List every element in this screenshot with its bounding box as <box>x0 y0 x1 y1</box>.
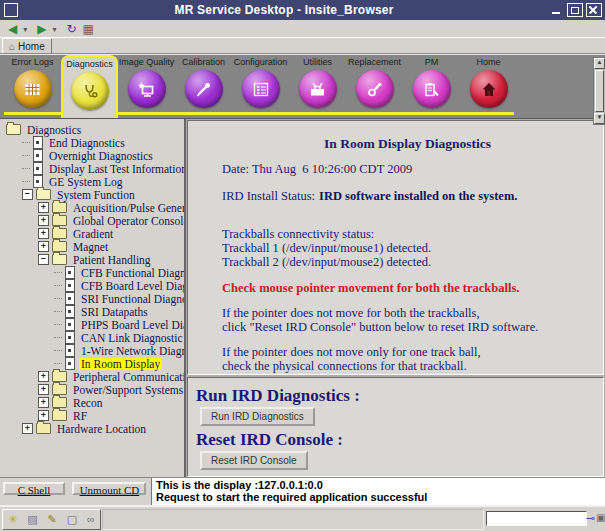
nav-button-circle <box>185 70 223 108</box>
tab-home[interactable]: ⌂ Home <box>2 38 52 53</box>
tree-item-rf[interactable]: +RF <box>0 409 184 422</box>
instruction-line: click "Reset IRD Console" button below t… <box>222 320 593 334</box>
nav-button-label: Home <box>460 56 517 68</box>
tree-item-global-operator-console[interactable]: +Global Operator Console <box>0 214 184 227</box>
nav-button-utilities[interactable]: Utilities <box>289 55 346 113</box>
c-shell-button[interactable]: C Shell <box>3 482 65 495</box>
nav-button-pm[interactable]: PM <box>403 55 460 113</box>
grid-icon[interactable]: ▦ <box>83 23 94 35</box>
folder-closed-icon <box>52 202 67 213</box>
tree-item-peripheral-communications[interactable]: +Peripheral Communications <box>0 370 184 383</box>
screen-lock-icon[interactable]: ▣ <box>596 512 605 523</box>
expand-plus-icon[interactable]: + <box>38 202 49 213</box>
nav-button-home[interactable]: Home <box>460 55 517 113</box>
expand-plus-icon[interactable]: + <box>38 215 49 226</box>
tree-item-label: 1-Wire Network Diagnostic <box>79 345 186 357</box>
tree-item-hardware-location[interactable]: +Hardware Location <box>0 422 184 435</box>
scroll-up-icon[interactable]: ▲ <box>594 58 605 69</box>
scrollbar-thumb[interactable] <box>595 70 604 112</box>
tree-item-diagnostics[interactable]: Diagnostics <box>0 123 184 136</box>
doc-icon <box>33 136 43 149</box>
nav-button-configuration[interactable]: Configuration <box>232 55 289 113</box>
scroll-down-icon[interactable]: ▼ <box>594 113 605 124</box>
tree-item-cfb-functional-diagnostics[interactable]: CFB Functional Diagnostics <box>0 266 184 279</box>
tree-item-label: Patient Handling <box>71 254 153 266</box>
expand-plus-icon[interactable]: + <box>38 410 49 421</box>
close-button[interactable] <box>586 3 602 17</box>
back-icon[interactable]: ◀ <box>8 23 17 35</box>
folder-closed-icon <box>52 241 67 252</box>
expand-plus-icon[interactable]: + <box>38 384 49 395</box>
tree-item-can-link-diagnostic[interactable]: CAN Link Diagnostic <box>0 331 184 344</box>
tree-item-magnet[interactable]: +Magnet <box>0 240 184 253</box>
back-dropdown-icon[interactable]: ▾ <box>23 25 27 34</box>
doc-icon <box>65 357 75 370</box>
folder-closed-icon <box>36 423 51 434</box>
ird-info-panel: In Room Display Diagnostics Date: Thu Au… <box>187 120 604 375</box>
taskbar-task-area[interactable] <box>102 509 484 530</box>
doc-icon <box>65 305 75 318</box>
forward-dropdown-icon[interactable]: ▾ <box>52 25 56 34</box>
date-line: Date: Thu Aug 6 10:26:00 CDT 2009 <box>222 162 593 176</box>
trackball-status-block: Trackballs connectivity status: Trackbal… <box>222 227 593 269</box>
tree-item-sri-datapaths[interactable]: SRI Datapaths <box>0 305 184 318</box>
plug-icon[interactable]: ⊸ <box>586 512 595 525</box>
tree-item-display-last-test-information[interactable]: Display Last Test Information <box>0 162 184 175</box>
expand-plus-icon[interactable]: + <box>38 241 49 252</box>
tree-connector <box>22 155 30 156</box>
nav-button-replacement[interactable]: Replacement <box>346 55 403 113</box>
link-icon[interactable]: ∞ <box>87 514 95 525</box>
tree-item-gradient[interactable]: +Gradient <box>0 227 184 240</box>
run-ird-heading: Run IRD Diagnostics : <box>196 389 593 403</box>
expand-plus-icon[interactable]: + <box>22 423 33 434</box>
pen-icon[interactable]: ✎ <box>48 514 57 525</box>
doc-icon <box>33 149 43 162</box>
taskbar-command-input[interactable] <box>486 511 587 526</box>
tree-item-system-function[interactable]: −System Function <box>0 188 184 201</box>
collapse-minus-icon[interactable]: − <box>38 254 49 265</box>
expand-plus-icon[interactable]: + <box>38 397 49 408</box>
doc-icon <box>65 279 75 292</box>
run-ird-diagnostics-button[interactable]: Run IRD Diagnostics <box>200 407 315 426</box>
window-title: MR Service Desktop - Insite_Browser <box>18 3 550 17</box>
tree-item-1-wire-network-diagnostic[interactable]: 1-Wire Network Diagnostic <box>0 344 184 357</box>
starburst-icon[interactable]: ✳ <box>8 514 17 525</box>
window-menu-icon[interactable] <box>4 3 18 17</box>
window-icon[interactable]: ▢ <box>67 514 77 525</box>
tree-item-patient-handling[interactable]: −Patient Handling <box>0 253 184 266</box>
nav-button-error-logs[interactable]: Error Logs <box>4 55 61 113</box>
reset-ird-heading: Reset IRD Console : <box>196 433 593 447</box>
tree-item-in-room-display[interactable]: In Room Display <box>0 357 184 370</box>
nav-button-label: Replacement <box>346 56 403 68</box>
nav-button-image-quality[interactable]: Image Quality <box>118 55 175 113</box>
nav-button-calibration[interactable]: Calibration <box>175 55 232 113</box>
reset-ird-console-button[interactable]: Reset IRD Console <box>200 451 308 470</box>
doc-icon <box>65 344 75 357</box>
minimize-button[interactable] <box>550 4 564 16</box>
expand-plus-icon[interactable]: + <box>38 228 49 239</box>
forward-icon[interactable]: ▶ <box>37 23 46 35</box>
doc-icon <box>65 318 75 331</box>
screen-icon[interactable]: ▨ <box>27 514 37 525</box>
tree-item-sri-functional-diagnostics[interactable]: SRI Functional Diagnostics <box>0 292 184 305</box>
monitor-star-icon <box>138 82 155 97</box>
tree-item-overnight-diagnostics[interactable]: Overnight Diagnostics <box>0 149 184 162</box>
tree-item-recon[interactable]: +Recon <box>0 396 184 409</box>
tree-item-acquisition-pulse-generation[interactable]: +Acquisition/Pulse Generation <box>0 201 184 214</box>
nav-button-diagnostics[interactable]: Diagnostics <box>61 55 118 119</box>
tree-item-phps-board-level-diagnostics[interactable]: PHPS Board Level Diagnostics <box>0 318 184 331</box>
reload-icon[interactable]: ↻ <box>67 23 77 35</box>
tree-item-label: Global Operator Console <box>71 215 186 227</box>
tree-item-end-diagnostics[interactable]: End Diagnostics <box>0 136 184 149</box>
status-line-2: Request to start the required applicatio… <box>156 491 605 503</box>
collapse-minus-icon[interactable]: − <box>22 189 33 200</box>
tree-item-cfb-board-level-diagnostics[interactable]: CFB Board Level Diagnostics <box>0 279 184 292</box>
band-scrollbar[interactable]: ▲ ▼ <box>593 57 605 125</box>
unmount-cd-button[interactable]: Unmount CD <box>72 482 146 495</box>
expand-plus-icon[interactable]: + <box>38 371 49 382</box>
tree-item-label: SRI Datapaths <box>79 306 150 318</box>
tree-item-power-support-systems[interactable]: +Power/Support Systems <box>0 383 184 396</box>
probe-icon <box>196 82 212 97</box>
maximize-button[interactable] <box>567 3 583 17</box>
tree-item-ge-system-log[interactable]: GE System Log <box>0 175 184 188</box>
